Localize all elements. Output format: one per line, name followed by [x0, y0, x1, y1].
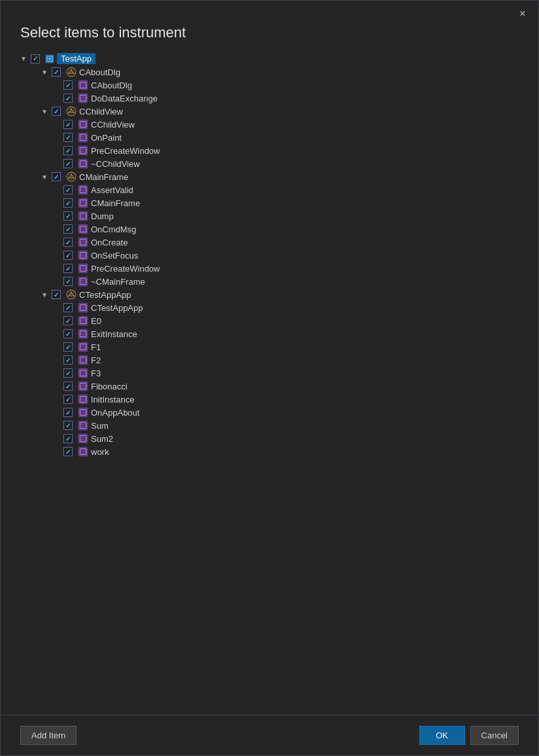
- method-icon-18: [78, 342, 88, 352]
- tree-row-f1[interactable]: F1: [14, 340, 538, 353]
- method-icon-22: [78, 394, 88, 405]
- ok-button[interactable]: OK: [419, 726, 465, 745]
- method-icon-5: [78, 145, 88, 156]
- checkbox-precreatewindow-1[interactable]: [63, 146, 73, 155]
- tree-row-ctestappapp-ctor[interactable]: CTestAppApp: [14, 301, 538, 314]
- method-icon-15: [78, 302, 88, 313]
- tree-container[interactable]: ▼ TestApp ▼: [14, 52, 538, 715]
- method-icon-24: [78, 420, 88, 431]
- svg-point-16: [73, 112, 74, 113]
- checkbox-cmainframe[interactable]: [52, 172, 61, 181]
- confirm-buttons: OK Cancel: [419, 726, 519, 745]
- tree-row-dtor-cchildview[interactable]: ~CChildView: [14, 157, 538, 170]
- svg-point-49: [71, 291, 72, 293]
- tree-row-cmainframe[interactable]: ▼ CMainFrame: [14, 170, 538, 183]
- tree-row-root[interactable]: ▼ TestApp: [14, 52, 538, 65]
- tree-row-f3[interactable]: F3: [14, 367, 538, 380]
- dialog: × Select items to instrument ▼ TestApp ▼: [0, 0, 539, 756]
- method-icon-13: [78, 263, 88, 274]
- chevron-cmainframe: ▼: [40, 172, 49, 181]
- method-icon-12: [78, 250, 88, 261]
- tree-row-oncmdmsg[interactable]: OnCmdMsg: [14, 223, 538, 236]
- checkbox-dodataexchange[interactable]: [63, 94, 73, 103]
- method-icon-20: [78, 368, 88, 378]
- close-button[interactable]: ×: [515, 6, 530, 22]
- method-icon-16: [78, 315, 88, 326]
- method-icon-19: [78, 355, 88, 365]
- cmainframe-class-icon: [66, 171, 77, 182]
- tree-row-ctestappapp[interactable]: ▼ CTestAppApp: [14, 288, 538, 301]
- method-icon-3: [78, 119, 88, 130]
- method-icon-9: [78, 211, 88, 221]
- dialog-title: Select items to instrument: [1, 22, 538, 52]
- tree-row-f2[interactable]: F2: [14, 353, 538, 367]
- tree-row-initinstance[interactable]: InitInstance: [14, 393, 538, 406]
- tree-row-exitinstance[interactable]: ExitInstance: [14, 327, 538, 340]
- bottom-bar: Add Item OK Cancel: [1, 715, 538, 755]
- method-icon-10: [78, 224, 88, 234]
- tree-row-cchildview-ctor[interactable]: CChildView: [14, 118, 538, 131]
- svg-point-50: [73, 295, 74, 297]
- checkbox-root[interactable]: [31, 54, 40, 63]
- tree-row-cmainframe-ctor[interactable]: CMainFrame: [14, 196, 538, 209]
- ctestappapp-label: CTestAppApp: [79, 290, 131, 300]
- cmainframe-label: CMainFrame: [79, 172, 128, 182]
- method-icon-1: [78, 80, 88, 90]
- add-item-button[interactable]: Add Item: [20, 726, 77, 745]
- chevron-ctestappapp: ▼: [40, 290, 49, 299]
- checkbox-caboutdlg-ctor[interactable]: [63, 81, 73, 90]
- svg-point-6: [71, 69, 72, 70]
- cancel-button[interactable]: Cancel: [470, 726, 519, 745]
- caboutdlg-label: CAboutDlg: [79, 67, 120, 77]
- svg-point-28: [71, 173, 72, 175]
- method-icon-4: [78, 132, 88, 143]
- svg-point-7: [73, 73, 74, 74]
- method-icon-14: [78, 276, 88, 287]
- svg-point-17: [68, 112, 69, 113]
- checkbox-dtor-cchildview[interactable]: [63, 159, 73, 168]
- method-icon-26: [78, 446, 88, 457]
- dodataexchange-label: DoDataExchange: [91, 94, 158, 103]
- svg-point-30: [68, 177, 69, 179]
- tree-row-cchildview[interactable]: ▼ CChildView: [14, 105, 538, 118]
- tree-row-onsetfocus[interactable]: OnSetFocus: [14, 249, 538, 262]
- chevron-caboutdlg: ▼: [40, 67, 49, 77]
- checkbox-cchildview-ctor[interactable]: [63, 120, 73, 129]
- tree-row-e0[interactable]: E0: [14, 314, 538, 327]
- tree-row-caboutdlg-ctor[interactable]: CAboutDlg: [14, 79, 538, 92]
- tree-row-onpaint[interactable]: OnPaint: [14, 131, 538, 144]
- svg-point-29: [73, 177, 74, 179]
- svg-point-8: [68, 73, 69, 74]
- tree-row-precreatewindow-1[interactable]: PreCreateWindow: [14, 144, 538, 157]
- svg-point-15: [71, 108, 72, 109]
- root-label: TestApp: [57, 53, 96, 64]
- method-icon-7: [78, 185, 88, 195]
- tree-row-dtor-cmainframe[interactable]: ~CMainFrame: [14, 275, 538, 288]
- ctestappapp-class-icon: [66, 289, 77, 300]
- svg-point-51: [68, 295, 69, 297]
- tree-row-precreatewindow-2[interactable]: PreCreateWindow: [14, 262, 538, 275]
- method-icon-6: [78, 158, 88, 169]
- method-icon-8: [78, 198, 88, 208]
- tree-row-work[interactable]: work: [14, 445, 538, 458]
- checkbox-cchildview[interactable]: [52, 107, 61, 116]
- tree-row-onappabout[interactable]: OnAppAbout: [14, 406, 538, 419]
- tree-row-sum[interactable]: Sum: [14, 419, 538, 432]
- tree-row-oncreate[interactable]: OnCreate: [14, 236, 538, 249]
- method-label: CAboutDlg: [91, 81, 132, 90]
- cchildview-label: CChildView: [79, 107, 123, 117]
- tree-row-sum2[interactable]: Sum2: [14, 432, 538, 445]
- checkbox-caboutdlg[interactable]: [52, 67, 61, 77]
- testapp-icon: [45, 54, 54, 63]
- method-icon-23: [78, 407, 88, 418]
- tree-row-fibonacci[interactable]: Fibonacci: [14, 380, 538, 393]
- tree-row-dodataexchange[interactable]: DoDataExchange: [14, 92, 538, 105]
- method-icon-17: [78, 329, 88, 339]
- checkbox-onpaint[interactable]: [63, 133, 73, 142]
- chevron-root: ▼: [19, 54, 28, 63]
- tree-row-caboutdlg[interactable]: ▼ CAboutDlg: [14, 65, 538, 79]
- title-bar: ×: [1, 1, 538, 22]
- checkbox-ctestappapp[interactable]: [52, 290, 61, 299]
- tree-row-dump[interactable]: Dump: [14, 209, 538, 223]
- tree-row-assertvalid[interactable]: AssertValid: [14, 183, 538, 196]
